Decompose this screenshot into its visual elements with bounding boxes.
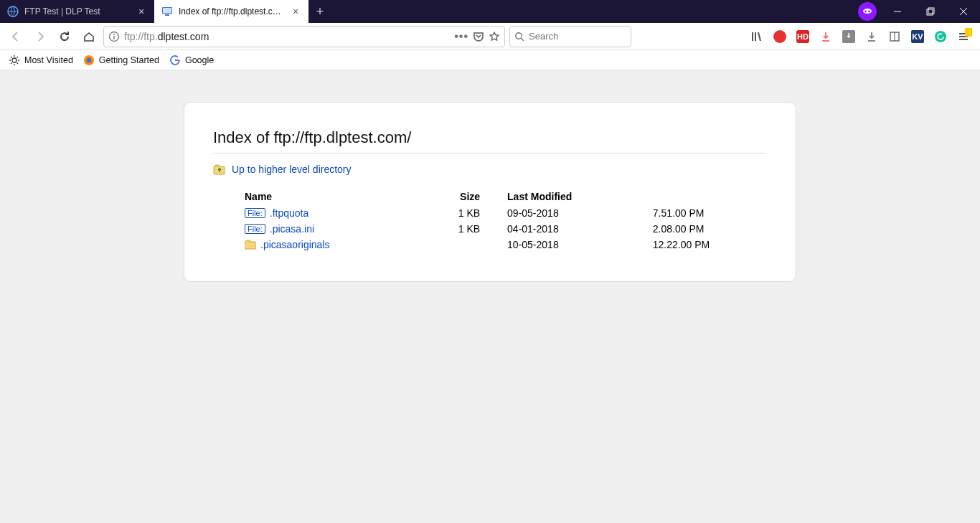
page-title: Index of ftp://ftp.dlptest.com/ — [213, 128, 767, 154]
svg-point-4 — [864, 11, 867, 13]
download-arrow-icon[interactable] — [819, 30, 832, 43]
close-icon[interactable]: × — [136, 6, 147, 17]
cell-time: 7.51.00 PM — [647, 205, 767, 221]
monitor-icon — [161, 6, 173, 17]
incognito-icon[interactable] — [858, 2, 877, 21]
col-name: Name — [213, 188, 428, 205]
abp-icon[interactable] — [773, 30, 786, 43]
bookmark-most-visited[interactable]: Most Visited — [9, 55, 73, 66]
downloads-icon[interactable] — [865, 30, 878, 43]
kv-icon[interactable]: KV — [911, 30, 924, 43]
table-row: .picasaoriginals10-05-201812.22.00 PM — [213, 237, 767, 253]
svg-rect-31 — [245, 242, 256, 249]
search-bar[interactable] — [509, 26, 631, 47]
close-window-button[interactable] — [947, 0, 980, 23]
window-controls — [881, 0, 980, 23]
col-size: Size — [428, 188, 486, 205]
pocket-icon[interactable] — [473, 31, 484, 42]
cell-date: 09-05-2018 — [486, 205, 647, 221]
bookmark-label: Getting Started — [99, 55, 159, 65]
close-icon[interactable]: × — [290, 6, 301, 17]
tab-ftp-test[interactable]: FTP Test | DLP Test × — [0, 0, 154, 23]
firefox-icon — [83, 55, 95, 66]
globe-icon — [7, 6, 19, 17]
alert-badge — [965, 28, 972, 37]
search-icon — [514, 32, 524, 42]
search-input[interactable] — [529, 31, 626, 42]
svg-point-27 — [12, 58, 17, 62]
reload-button[interactable] — [55, 27, 75, 47]
toolbar-right-icons: HD KV — [750, 30, 974, 43]
file-link[interactable]: .ftpquota — [270, 207, 309, 219]
titlebar: FTP Test | DLP Test × Index of ftp://ftp… — [0, 0, 980, 23]
minimize-button[interactable] — [881, 0, 914, 23]
bookmarks-toolbar: Most Visited Getting Started Google — [0, 50, 980, 70]
tab-index-of[interactable]: Index of ftp://ftp.dlptest.com/ × — [154, 0, 308, 23]
library-icon[interactable] — [750, 30, 763, 43]
file-icon: File: — [245, 208, 265, 218]
svg-point-5 — [868, 11, 870, 13]
download-box-icon[interactable] — [842, 30, 855, 43]
cell-date: 04-01-2018 — [486, 221, 647, 237]
svg-rect-13 — [113, 36, 114, 39]
svg-point-12 — [113, 34, 115, 35]
cell-date: 10-05-2018 — [486, 237, 647, 253]
bookmark-label: Google — [185, 55, 214, 65]
cell-size — [428, 237, 486, 253]
cell-size: 1 KB — [428, 205, 486, 221]
nav-toolbar: ftp://ftp.dlptest.com ••• HD KV — [0, 23, 980, 50]
svg-point-23 — [935, 31, 946, 42]
up-directory-row: Up to higher level directory — [213, 164, 767, 175]
up-directory-link[interactable]: Up to higher level directory — [232, 164, 352, 175]
svg-point-29 — [86, 57, 91, 62]
url-bar[interactable]: ftp://ftp.dlptest.com ••• — [103, 26, 505, 47]
file-link[interactable]: .picasa.ini — [270, 223, 314, 235]
bookmark-getting-started[interactable]: Getting Started — [83, 55, 159, 66]
listing-table: Name Size Last Modified File:.ftpquota1 … — [213, 188, 767, 253]
new-tab-button[interactable]: + — [308, 0, 331, 23]
tab-label: Index of ftp://ftp.dlptest.com/ — [179, 6, 284, 17]
google-icon — [169, 55, 181, 66]
bookmark-google[interactable]: Google — [169, 55, 214, 66]
up-folder-icon — [213, 164, 226, 175]
svg-rect-2 — [163, 8, 171, 13]
svg-point-14 — [516, 32, 522, 38]
maximize-button[interactable] — [914, 0, 947, 23]
url-text: ftp://ftp.dlptest.com — [124, 31, 450, 42]
back-button[interactable] — [6, 27, 26, 47]
menu-button[interactable] — [957, 30, 970, 43]
bookmark-star-icon[interactable] — [489, 31, 500, 42]
grammarly-icon[interactable] — [934, 30, 947, 43]
cell-time: 12.22.00 PM — [647, 237, 767, 253]
cell-time: 2.08.00 PM — [647, 221, 767, 237]
page-actions-icon[interactable]: ••• — [454, 30, 468, 43]
table-row: File:.ftpquota1 KB09-05-20187.51.00 PM — [213, 205, 767, 221]
reader-icon[interactable] — [888, 30, 901, 43]
folder-icon — [245, 240, 256, 250]
page-content: Index of ftp://ftp.dlptest.com/ Up to hi… — [0, 70, 980, 523]
table-row: File:.picasa.ini1 KB04-01-20182.08.00 PM — [213, 221, 767, 237]
svg-rect-7 — [927, 9, 933, 15]
svg-line-18 — [758, 32, 760, 41]
tab-label: FTP Test | DLP Test — [24, 6, 130, 17]
svg-rect-3 — [165, 14, 169, 16]
folder-link[interactable]: .picasaoriginals — [260, 239, 330, 250]
svg-line-15 — [521, 38, 524, 41]
home-button[interactable] — [79, 27, 99, 47]
hd-icon[interactable]: HD — [796, 30, 809, 43]
index-card: Index of ftp://ftp.dlptest.com/ Up to hi… — [184, 102, 796, 282]
file-icon: File: — [245, 224, 265, 234]
site-info-icon[interactable] — [108, 31, 120, 42]
svg-rect-8 — [928, 8, 934, 14]
gear-icon — [9, 55, 20, 66]
cell-size: 1 KB — [428, 221, 486, 237]
forward-button[interactable] — [30, 27, 50, 47]
col-modified: Last Modified — [486, 188, 647, 205]
bookmark-label: Most Visited — [24, 55, 73, 65]
